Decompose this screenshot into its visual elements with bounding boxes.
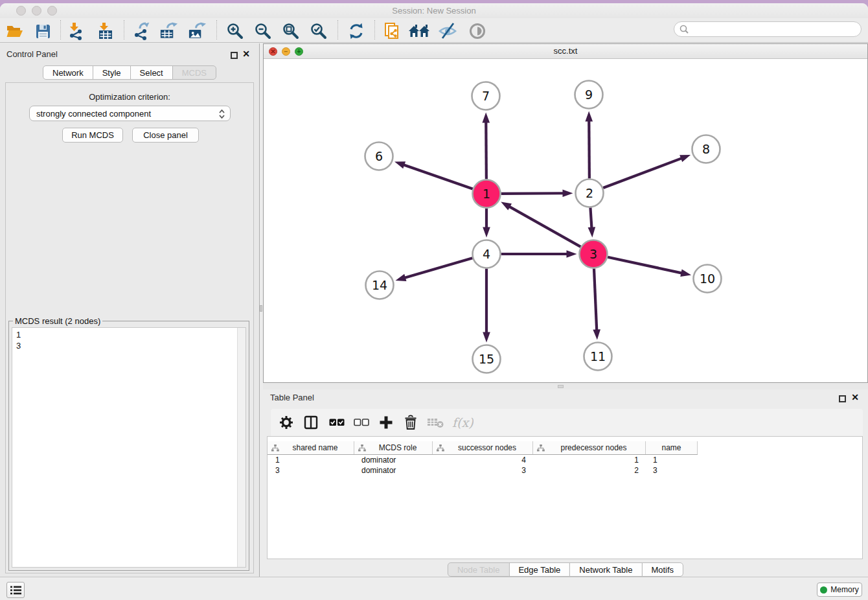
gear-icon[interactable] [277, 413, 295, 432]
svg-text:6: 6 [375, 149, 383, 163]
memory-button[interactable]: Memory [817, 583, 862, 597]
window-zoom-icon[interactable] [47, 6, 57, 16]
network-edge-3-10[interactable] [608, 257, 683, 273]
add-icon[interactable] [377, 413, 395, 432]
frame-maximize-icon[interactable]: + [295, 47, 303, 56]
hide-selected-icon[interactable] [437, 21, 459, 41]
frame-close-icon[interactable]: ✕ [269, 47, 277, 56]
node-table[interactable]: shared nameMCDS rolesuccessor nodesprede… [267, 436, 863, 559]
table-cell[interactable]: 1 [533, 455, 646, 465]
tab-edge-table[interactable]: Edge Table [508, 562, 570, 577]
network-node-10[interactable]: 10 [694, 265, 722, 293]
tab-node-table[interactable]: Node Table [448, 562, 510, 577]
column-header-predecessor-nodes[interactable]: predecessor nodes [533, 441, 646, 454]
table-cell[interactable]: 1 [646, 455, 698, 465]
float-table-panel-icon[interactable] [839, 393, 846, 405]
import-table-icon[interactable] [96, 21, 115, 41]
edge-arrowhead [680, 270, 691, 277]
clone-network-icon[interactable] [383, 21, 402, 41]
network-canvas[interactable]: 1234678910111415 [264, 59, 867, 382]
table-cell[interactable]: 3 [268, 465, 354, 476]
network-edge-2-9[interactable] [589, 119, 589, 178]
table-cell[interactable]: 1 [268, 455, 354, 465]
function-fx-icon[interactable]: f(x) [450, 413, 474, 432]
table-cell[interactable]: dominator [354, 465, 433, 476]
open-session-icon[interactable] [5, 21, 25, 41]
table-cell[interactable]: 3 [433, 465, 533, 476]
tab-mcds[interactable]: MCDS [172, 65, 216, 80]
network-node-14[interactable]: 14 [366, 271, 394, 299]
zoom-selected-icon[interactable] [309, 21, 328, 41]
network-edge-4-14[interactable] [404, 258, 472, 278]
first-neighbors-icon[interactable] [407, 21, 432, 41]
network-edge-1-7[interactable] [486, 121, 486, 179]
network-node-2[interactable]: 2 [576, 179, 604, 207]
network-node-4[interactable]: 4 [473, 240, 501, 268]
close-table-panel-icon[interactable]: ✕ [851, 394, 859, 401]
network-node-15[interactable]: 15 [473, 345, 501, 373]
task-history-button[interactable] [6, 582, 25, 598]
export-image-icon[interactable] [187, 21, 207, 41]
optimization-criterion-select[interactable]: strongly connected component [29, 106, 231, 121]
window-close-icon[interactable] [16, 6, 26, 16]
network-node-6[interactable]: 6 [365, 143, 393, 170]
result-scrollbar[interactable] [237, 328, 246, 567]
search-input[interactable] [689, 25, 861, 34]
table-cell[interactable]: 3 [646, 465, 698, 476]
import-network-icon[interactable] [66, 21, 86, 41]
show-all-icon[interactable] [466, 21, 488, 41]
tab-select[interactable]: Select [130, 65, 173, 80]
tab-motifs[interactable]: Motifs [641, 562, 683, 577]
export-network-icon[interactable] [131, 21, 151, 41]
float-panel-icon[interactable] [231, 50, 238, 62]
refresh-layout-icon[interactable] [347, 21, 366, 41]
window-titlebar: Session: New Session [0, 3, 868, 18]
search-field[interactable] [674, 21, 862, 37]
horizontal-splitter[interactable] [263, 383, 868, 389]
column-header-MCDS-role[interactable]: MCDS role [354, 441, 433, 454]
run-mcds-button[interactable]: Run MCDS [62, 128, 123, 143]
table-row[interactable]: 1dominator411 [268, 455, 862, 465]
tab-network-table[interactable]: Network Table [569, 562, 642, 577]
svg-text:8: 8 [702, 142, 710, 156]
network-node-11[interactable]: 11 [584, 343, 612, 371]
deselect-checkboxes-icon[interactable] [352, 413, 371, 432]
network-edge-1-2[interactable] [501, 193, 564, 194]
table-cell[interactable]: 2 [533, 465, 646, 476]
column-header-shared-name[interactable]: shared name [268, 441, 354, 454]
table-cell[interactable]: dominator [354, 455, 433, 465]
network-edge-3-11[interactable] [594, 268, 597, 331]
tab-network[interactable]: Network [43, 65, 93, 80]
network-node-7[interactable]: 7 [472, 82, 500, 110]
network-edge-3-1[interactable] [508, 206, 581, 247]
delete-table-icon[interactable] [426, 413, 444, 432]
column-icon[interactable] [302, 413, 320, 432]
delete-icon[interactable] [402, 413, 420, 432]
mcds-result-textarea[interactable]: 13 [12, 327, 246, 568]
close-panel-button[interactable]: Close panel [132, 128, 199, 143]
svg-text:3: 3 [589, 247, 597, 261]
frame-minimize-icon[interactable]: − [282, 47, 290, 56]
zoom-in-icon[interactable] [225, 21, 245, 41]
select-all-checkboxes-icon[interactable] [328, 413, 346, 432]
column-header-name[interactable]: name [646, 441, 698, 454]
network-edge-1-6[interactable] [402, 165, 472, 189]
horizontal-splitter-handle[interactable] [558, 385, 564, 388]
network-node-8[interactable]: 8 [692, 135, 720, 163]
export-table-icon[interactable] [159, 21, 178, 41]
network-edge-2-8[interactable] [603, 158, 683, 188]
table-cell[interactable]: 4 [433, 455, 533, 465]
save-session-icon[interactable] [33, 21, 52, 41]
vertical-splitter-handle[interactable] [260, 305, 262, 312]
window-minimize-icon[interactable] [32, 6, 41, 16]
network-edge-2-3[interactable] [590, 207, 591, 229]
tab-style[interactable]: Style [93, 65, 131, 80]
network-node-9[interactable]: 9 [575, 81, 603, 109]
network-node-1[interactable]: 1 [473, 180, 501, 208]
table-row[interactable]: 3dominator323 [268, 465, 862, 476]
zoom-out-icon[interactable] [253, 21, 273, 41]
network-node-3[interactable]: 3 [580, 240, 608, 268]
column-header-successor-nodes[interactable]: successor nodes [433, 441, 533, 454]
zoom-fit-icon[interactable] [281, 21, 301, 41]
close-panel-icon[interactable]: ✕ [242, 51, 250, 58]
